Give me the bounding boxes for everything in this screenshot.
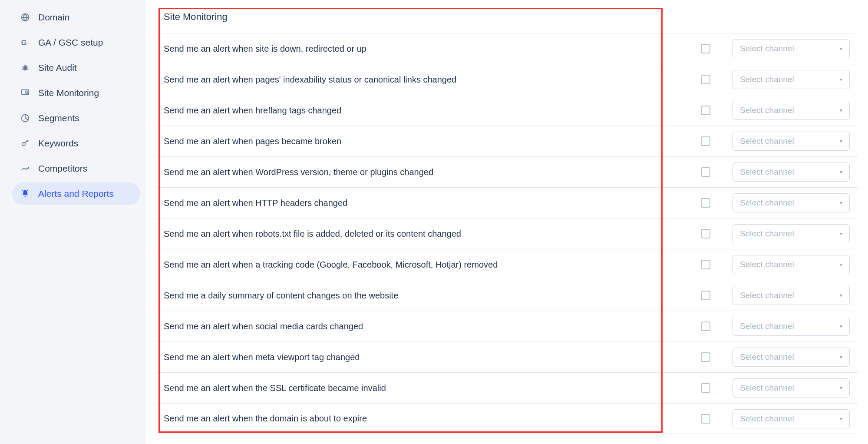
alert-select-cell: Select channel▾ [726,162,850,182]
alert-checkbox-cell [686,291,726,300]
select-channel-dropdown[interactable]: Select channel▾ [733,286,850,305]
select-channel-placeholder: Select channel [740,321,794,331]
chevron-down-icon: ▾ [840,323,842,329]
alert-checkbox-cell [686,321,726,331]
sidebar-item-label: Keywords [38,138,78,149]
alert-checkbox[interactable] [701,291,710,300]
alert-select-cell: Select channel▾ [726,255,850,274]
alert-label: Send me an alert when meta viewport tag … [164,352,686,362]
select-channel-placeholder: Select channel [740,260,794,269]
sidebar-item-segments[interactable]: Segments [12,107,140,129]
alert-row: Send me an alert when a tracking code (G… [156,249,858,280]
select-channel-placeholder: Select channel [740,352,794,362]
alert-checkbox[interactable] [701,44,710,53]
sidebar-item-label: Segments [38,113,79,123]
alert-checkbox[interactable] [701,352,710,362]
alert-row: Send me an alert when hreflang tags chan… [156,95,858,126]
alert-label: Send me an alert when pages became broke… [164,136,686,146]
alert-select-cell: Select channel▾ [726,132,850,151]
g-icon: G [20,37,30,48]
chevron-down-icon: ▾ [840,200,842,206]
sidebar-item-site-monitoring[interactable]: Site Monitoring [12,82,140,104]
sidebar-item-domain[interactable]: Domain [12,6,140,29]
alert-checkbox[interactable] [701,321,710,331]
sidebar-item-label: Site Audit [38,63,77,73]
section-title: Site Monitoring [156,0,858,33]
alert-checkbox[interactable] [701,260,710,269]
alert-checkbox[interactable] [701,136,710,146]
alert-checkbox-cell [686,136,726,146]
alert-label: Send me an alert when a tracking code (G… [164,260,686,270]
select-channel-dropdown[interactable]: Select channel▾ [733,162,850,182]
select-channel-dropdown[interactable]: Select channel▾ [733,317,850,336]
alert-label: Send me an alert when pages' indexabilit… [164,75,686,85]
select-channel-dropdown[interactable]: Select channel▾ [733,348,850,367]
alert-row: Send me a daily summary of content chang… [156,280,858,311]
select-channel-dropdown[interactable]: Select channel▾ [733,193,850,212]
sidebar-item-site-audit[interactable]: Site Audit [12,56,140,79]
alert-checkbox[interactable] [701,229,710,239]
alert-label: Send me an alert when social media cards… [164,321,686,331]
alert-select-cell: Select channel▾ [726,101,850,120]
chevron-down-icon: ▾ [840,76,842,83]
chevron-down-icon: ▾ [840,416,842,422]
alert-checkbox-cell [686,229,726,239]
alert-checkbox-cell [686,44,726,53]
alert-label: Send me an alert when WordPress version,… [164,167,686,177]
alert-checkbox[interactable] [701,106,710,115]
alert-checkbox-cell [686,167,726,177]
alert-row: Send me an alert when the SSL certificat… [156,372,858,403]
sidebar-item-competitors[interactable]: Competitors [12,157,140,180]
alert-select-cell: Select channel▾ [726,378,850,398]
sidebar-item-label: Competitors [38,163,87,174]
alert-select-cell: Select channel▾ [726,39,850,58]
alert-row: Send me an alert when pages became broke… [156,126,858,156]
select-channel-dropdown[interactable]: Select channel▾ [733,409,850,428]
chevron-down-icon: ▾ [840,138,842,144]
alert-checkbox[interactable] [701,383,710,393]
select-channel-placeholder: Select channel [740,167,794,177]
select-channel-dropdown[interactable]: Select channel▾ [733,101,850,120]
select-channel-placeholder: Select channel [740,383,794,393]
alert-checkbox[interactable] [701,198,710,208]
sidebar-item-label: Domain [38,12,69,23]
select-channel-dropdown[interactable]: Select channel▾ [733,70,850,89]
alert-select-cell: Select channel▾ [726,70,850,89]
svg-point-2 [23,66,27,70]
alert-checkbox-cell [686,383,726,393]
main-content: Site Monitoring Send me an alert when si… [145,0,868,444]
chevron-down-icon: ▾ [840,169,842,175]
chevron-down-icon: ▾ [840,262,842,268]
alert-row: Send me an alert when social media cards… [156,311,858,341]
alert-checkbox[interactable] [701,414,710,424]
chevron-down-icon: ▾ [840,231,842,237]
alert-row: Send me an alert when pages' indexabilit… [156,64,858,95]
alert-checkbox[interactable] [701,167,710,177]
select-channel-dropdown[interactable]: Select channel▾ [733,39,850,58]
alert-label: Send me an alert when HTTP headers chang… [164,198,686,208]
sidebar-item-alerts-reports[interactable]: Alerts and Reports [12,182,140,205]
select-channel-dropdown[interactable]: Select channel▾ [733,255,850,274]
select-channel-dropdown[interactable]: Select channel▾ [733,378,850,398]
alert-select-cell: Select channel▾ [726,348,850,367]
sidebar-item-label: Site Monitoring [38,88,99,98]
chevron-down-icon: ▾ [840,292,842,298]
alert-row: Send me an alert when WordPress version,… [156,156,858,187]
alert-checkbox-cell [686,260,726,269]
select-channel-placeholder: Select channel [740,44,794,53]
select-channel-dropdown[interactable]: Select channel▾ [733,132,850,151]
sidebar-item-ga-gsc[interactable]: GGA / GSC setup [12,31,140,54]
bug-icon [20,63,30,73]
alert-checkbox[interactable] [701,75,710,84]
alert-row: Send me an alert when the domain is abou… [156,403,858,434]
sidebar-item-keywords[interactable]: Keywords [12,132,140,155]
alert-label: Send me an alert when site is down, redi… [164,44,686,54]
select-channel-placeholder: Select channel [740,229,794,239]
svg-text:G: G [21,39,27,46]
segments-icon [20,113,30,123]
svg-point-6 [22,142,25,146]
alert-row: Send me an alert when HTTP headers chang… [156,187,858,218]
alert-list: Send me an alert when site is down, redi… [156,33,858,434]
select-channel-dropdown[interactable]: Select channel▾ [733,224,850,243]
alert-checkbox-cell [686,352,726,362]
